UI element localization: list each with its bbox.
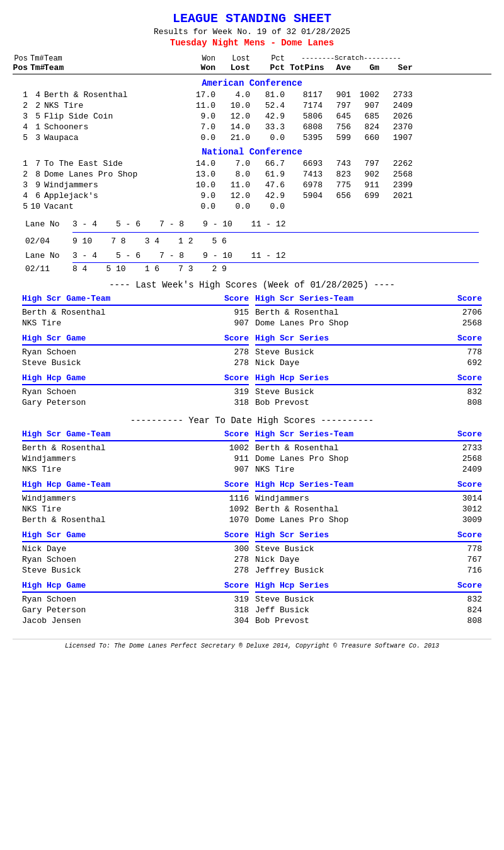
ytd-hhs-entries: Steve Busick832Jeff Busick824Bob Prevost… bbox=[255, 594, 482, 626]
ytd-hss-entries: Steve Busick778Nick Daye767Jeffrey Busic… bbox=[255, 544, 482, 576]
hdr-lost: Lost bbox=[220, 54, 255, 63]
list-item: Steve Busick778 bbox=[255, 347, 482, 358]
list-item: Dome Lanes Pro Shop2568 bbox=[255, 318, 482, 329]
lane-no-label-1: Lane No bbox=[25, 219, 72, 229]
table-row: 2 2 NKS Tire 11.0 10.0 52.4 7174 797 907… bbox=[13, 100, 491, 111]
last-week-title: ---- Last Week's High Scores (Week of 01… bbox=[13, 280, 491, 290]
table-row: 3 5 Flip Side Coin 9.0 12.0 42.9 5806 64… bbox=[13, 111, 491, 122]
list-item: NKS Tire2409 bbox=[255, 464, 482, 475]
list-item: NKS Tire907 bbox=[22, 464, 249, 475]
hdr2-pct: Pct bbox=[255, 63, 290, 73]
ytd-hhs-team-header: High Hcp Series-Team Score bbox=[255, 480, 482, 492]
list-item: Bob Prevost808 bbox=[255, 615, 482, 626]
hdr2-totpins: TotPins bbox=[290, 63, 328, 73]
ytd-hsg-entries: Nick Daye300Ryan Schoen278Steve Busick27… bbox=[22, 544, 249, 576]
list-item: Berth & Rosenthal1002 bbox=[22, 443, 249, 453]
lw-left: High Scr Game-Team Score Berth & Rosenth… bbox=[19, 294, 252, 408]
hdr-pos: Pos bbox=[13, 54, 30, 63]
ytd-hhs-header: High Hcp Series Score bbox=[255, 581, 482, 593]
lane-no-label-2: Lane No bbox=[25, 251, 72, 260]
hdr2-tm: Tm# bbox=[30, 63, 44, 73]
lw-hsg-header: High Scr Game Score bbox=[22, 334, 249, 346]
table-row: 5 10 Vacant 0.0 0.0 0.0 bbox=[13, 201, 491, 212]
hdr2-won: Won bbox=[183, 63, 220, 73]
list-item: Berth & Rosenthal2706 bbox=[255, 307, 482, 318]
ytd-section: High Scr Game-Team Score Berth & Rosenth… bbox=[19, 429, 485, 626]
list-item: Ryan Schoen319 bbox=[22, 387, 249, 397]
national-conference-title: National Conference bbox=[13, 147, 491, 157]
hdr2-gm: Gm bbox=[356, 63, 384, 73]
list-item: Nick Daye692 bbox=[255, 358, 482, 368]
lw-hhg-header: High Hcp Game Score bbox=[22, 373, 249, 385]
table-row: 2 8 Dome Lanes Pro Shop 13.0 8.0 61.9 74… bbox=[13, 169, 491, 180]
list-item: Windjammers3014 bbox=[255, 493, 482, 504]
list-item: Dome Lanes Pro Shop2568 bbox=[255, 453, 482, 464]
list-item: Windjammers911 bbox=[22, 453, 249, 464]
ytd-hhg-entries: Ryan Schoen319Gary Peterson318Jacob Jens… bbox=[22, 594, 249, 626]
lw-hhs-header: High Hcp Series Score bbox=[255, 373, 482, 385]
ytd-hhg-team-header: High Hcp Game-Team Score bbox=[22, 480, 249, 492]
lw-hsg-entries: Ryan Schoen278Steve Busick278 bbox=[22, 347, 249, 368]
hdr-pct: Pct bbox=[255, 54, 290, 63]
lw-hss-entries: Steve Busick778Nick Daye692 bbox=[255, 347, 482, 368]
lane-date-2: 02/11 bbox=[25, 264, 72, 274]
list-item: Berth & Rosenthal3012 bbox=[255, 504, 482, 515]
list-item: Berth & Rosenthal2733 bbox=[255, 443, 482, 453]
hdr2-ser: Ser bbox=[384, 63, 413, 73]
lane-slots-header-2: 3 - 45 - 67 - 89 - 1011 - 12 bbox=[72, 251, 285, 260]
hdr2-lost: Lost bbox=[220, 63, 255, 73]
list-item: Dome Lanes Pro Shop3009 bbox=[255, 515, 482, 525]
list-item: Berth & Rosenthal915 bbox=[22, 307, 249, 318]
last-week-section: High Scr Game-Team Score Berth & Rosenth… bbox=[19, 294, 485, 408]
list-item: Nick Daye767 bbox=[255, 554, 482, 565]
list-item: Steve Busick832 bbox=[255, 594, 482, 605]
lw-hss-header: High Scr Series Score bbox=[255, 334, 482, 346]
ytd-hss-team-entries: Berth & Rosenthal2733Dome Lanes Pro Shop… bbox=[255, 443, 482, 475]
ytd-hss-header: High Scr Series Score bbox=[255, 530, 482, 542]
list-item: Ryan Schoen278 bbox=[22, 347, 249, 358]
footer: Licensed To: The Dome Lanes Perfect Secr… bbox=[13, 639, 491, 649]
list-item: NKS Tire1092 bbox=[22, 504, 249, 515]
hdr2-pos: Pos bbox=[13, 63, 30, 73]
ytd-left: High Scr Game-Team Score Berth & Rosenth… bbox=[19, 429, 252, 626]
lw-hsg-team-header: High Scr Game-Team Score bbox=[22, 294, 249, 306]
list-item: Windjammers1116 bbox=[22, 493, 249, 504]
hdr-won: Won bbox=[183, 54, 220, 63]
list-item: Gary Peterson318 bbox=[22, 605, 249, 615]
list-item: Gary Peterson318 bbox=[22, 397, 249, 408]
lane-date-1: 02/04 bbox=[25, 236, 72, 246]
ytd-right: High Scr Series-Team Score Berth & Rosen… bbox=[252, 429, 485, 626]
list-item: Ryan Schoen278 bbox=[22, 554, 249, 565]
list-item: Berth & Rosenthal1070 bbox=[22, 515, 249, 525]
lw-hss-team-entries: Berth & Rosenthal2706Dome Lanes Pro Shop… bbox=[255, 307, 482, 329]
list-item: NKS Tire907 bbox=[22, 318, 249, 329]
lane-section: Lane No 3 - 45 - 67 - 89 - 1011 - 12 02/… bbox=[25, 219, 479, 274]
table-row: 3 9 Windjammers 10.0 11.0 47.6 6978 775 … bbox=[13, 180, 491, 190]
ytd-hhs-team-entries: Windjammers3014Berth & Rosenthal3012Dome… bbox=[255, 493, 482, 525]
table-row: 5 3 Waupaca 0.0 21.0 0.0 5395 599 660 19… bbox=[13, 132, 491, 143]
list-item: Steve Busick832 bbox=[255, 387, 482, 397]
lane-assign-2: 8 45 101 67 32 9 bbox=[72, 264, 227, 274]
ytd-title: ---------- Year To Date High Scores ----… bbox=[13, 416, 491, 426]
list-item: Steve Busick278 bbox=[22, 565, 249, 576]
lane-assign-1: 9 107 83 41 25 6 bbox=[72, 236, 227, 246]
ytd-hhg-team-entries: Windjammers1116NKS Tire1092Berth & Rosen… bbox=[22, 493, 249, 525]
ytd-hss-team-header: High Scr Series-Team Score bbox=[255, 429, 482, 441]
list-item: Steve Busick278 bbox=[22, 358, 249, 368]
hdr-scratch: --------Scratch--------- bbox=[290, 54, 413, 63]
hdr-tm: Tm# bbox=[30, 54, 44, 63]
national-conference-table: 1 7 To The East Side 14.0 7.0 66.7 6693 … bbox=[13, 158, 491, 212]
ytd-hhg-header: High Hcp Game Score bbox=[22, 581, 249, 593]
american-conference-table: 1 4 Berth & Rosenthal 17.0 4.0 81.0 8117… bbox=[13, 90, 491, 143]
lw-hhs-entries: Steve Busick832Bob Prevost808 bbox=[255, 387, 482, 408]
list-item: Jacob Jensen304 bbox=[22, 615, 249, 626]
page-title: LEAGUE STANDING SHEET bbox=[13, 11, 491, 26]
table-row: 4 1 Schooners 7.0 14.0 33.3 6808 756 824… bbox=[13, 122, 491, 132]
list-item: Steve Busick778 bbox=[255, 544, 482, 554]
lw-hsg-team-entries: Berth & Rosenthal915NKS Tire907 bbox=[22, 307, 249, 329]
table-row: 1 4 Berth & Rosenthal 17.0 4.0 81.0 8117… bbox=[13, 90, 491, 100]
lw-hss-team-header: High Scr Series-Team Score bbox=[255, 294, 482, 306]
list-item: Jeffrey Busick716 bbox=[255, 565, 482, 576]
hdr2-ave: Ave bbox=[328, 63, 356, 73]
hdr2-team: Team bbox=[44, 63, 183, 73]
